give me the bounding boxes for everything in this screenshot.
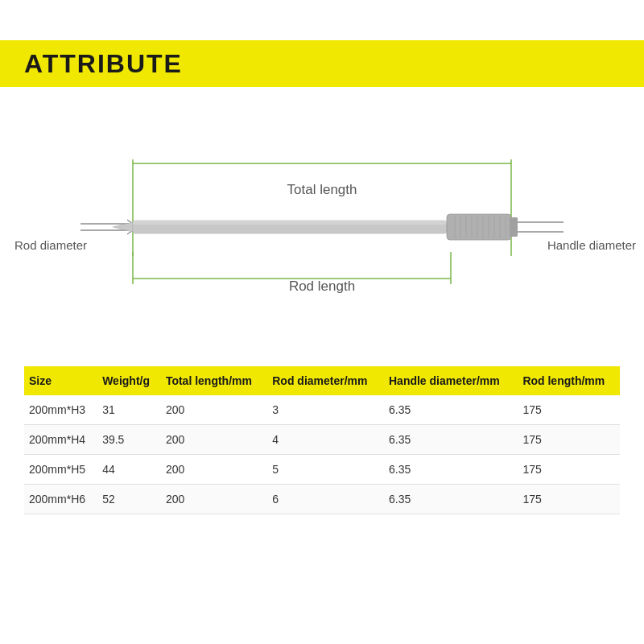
table-cell: 175 — [518, 395, 620, 425]
page: ATTRIBUTE — [0, 0, 644, 644]
label-rod-diameter: Rod diameter — [14, 238, 87, 252]
table-cell: 175 — [518, 455, 620, 485]
col-header-handle-diameter: Handle diameter/mm — [384, 366, 518, 395]
svg-rect-20 — [133, 221, 447, 225]
diagram-area: Total length Rod length Rod diameter Han… — [0, 87, 644, 353]
table-cell: 31 — [97, 395, 161, 425]
table-cell: 52 — [97, 485, 161, 514]
table-header-row: Size Weight/g Total length/mm Rod diamet… — [24, 366, 620, 395]
table-row: 200mm*H54420056.35175 — [24, 455, 620, 485]
label-total-length: Total length — [0, 182, 644, 198]
table-cell: 6.35 — [384, 485, 518, 514]
label-rod-length: Rod length — [0, 279, 644, 295]
table-row: 200mm*H65220066.35175 — [24, 485, 620, 514]
svg-rect-32 — [510, 217, 518, 237]
table-cell: 200 — [161, 485, 267, 514]
table-cell: 4 — [267, 425, 384, 455]
table-cell: 200mm*H6 — [24, 485, 97, 514]
svg-rect-21 — [447, 214, 511, 240]
table-cell: 6 — [267, 485, 384, 514]
table-cell: 200 — [161, 425, 267, 455]
attributes-table: Size Weight/g Total length/mm Rod diamet… — [24, 366, 620, 514]
col-header-rod-length: Rod length/mm — [518, 366, 620, 395]
table-cell: 175 — [518, 485, 620, 514]
table-row: 200mm*H439.520046.35175 — [24, 425, 620, 455]
col-header-total-length: Total length/mm — [161, 366, 267, 395]
col-header-size: Size — [24, 366, 97, 395]
table-cell: 6.35 — [384, 395, 518, 425]
table-cell: 44 — [97, 455, 161, 485]
table-cell: 3 — [267, 395, 384, 425]
table-area: Size Weight/g Total length/mm Rod diamet… — [24, 366, 620, 514]
col-header-weight: Weight/g — [97, 366, 161, 395]
table-cell: 175 — [518, 425, 620, 455]
table-cell: 200mm*H5 — [24, 455, 97, 485]
table-cell: 6.35 — [384, 425, 518, 455]
page-title: ATTRIBUTE — [24, 49, 183, 79]
table-cell: 200 — [161, 455, 267, 485]
col-header-rod-diameter: Rod diameter/mm — [267, 366, 384, 395]
table-cell: 5 — [267, 455, 384, 485]
header-bar: ATTRIBUTE — [0, 40, 644, 87]
table-cell: 200mm*H4 — [24, 425, 97, 455]
label-handle-diameter: Handle diameter — [547, 238, 636, 252]
table-cell: 6.35 — [384, 455, 518, 485]
table-cell: 200 — [161, 395, 267, 425]
table-cell: 39.5 — [97, 425, 161, 455]
table-row: 200mm*H33120036.35175 — [24, 395, 620, 425]
table-cell: 200mm*H3 — [24, 395, 97, 425]
